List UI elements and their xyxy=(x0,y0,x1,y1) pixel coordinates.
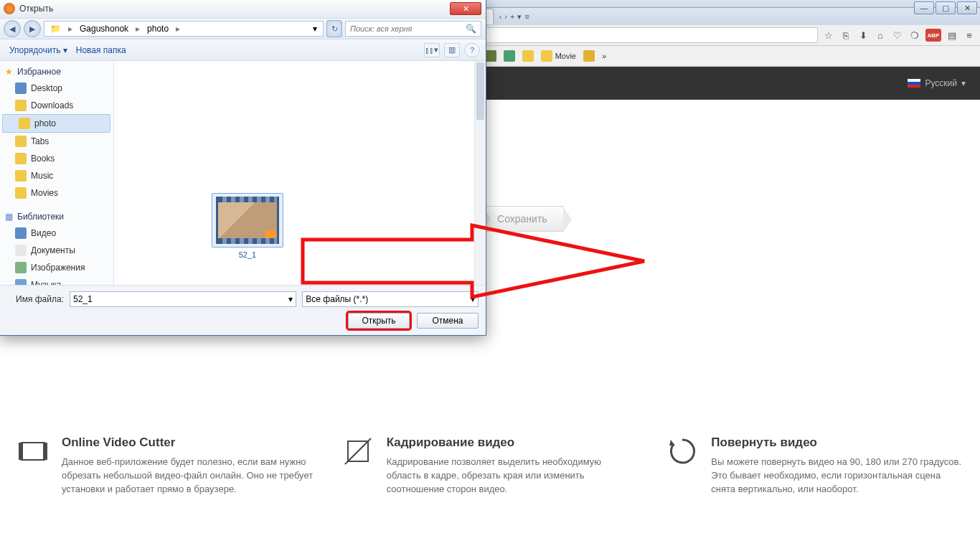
tree-item-label: Desktop xyxy=(31,83,62,93)
bookmark-24[interactable]: Movie xyxy=(541,50,576,62)
source-drive-link[interactable]: Drive xyxy=(457,338,477,348)
chevron-down-icon: ▾ xyxy=(961,78,966,88)
tab-scroll-left[interactable]: ‹ xyxy=(499,12,502,21)
tree-item-downloads[interactable]: Downloads xyxy=(0,97,113,114)
chevron-down-icon: ▾ xyxy=(63,45,67,55)
feature-1: Кадрирование видеоКадрирование позволяет… xyxy=(342,435,639,496)
dialog-nav-back[interactable]: ◀ xyxy=(4,20,21,37)
tree-item-tabs[interactable]: Tabs xyxy=(0,133,113,150)
bookmark-icon xyxy=(522,50,534,62)
flag-ru-icon xyxy=(908,79,920,88)
dialog-search-input[interactable] xyxy=(350,24,463,33)
tree-lib-1[interactable]: Документы xyxy=(0,242,113,259)
tree-item-label: Музыка xyxy=(31,280,61,285)
toolbar-icon-0[interactable]: ☆ xyxy=(822,29,835,42)
library-item-icon xyxy=(15,227,27,239)
feature-2: Повернуть видеоВы можете повернуть видео… xyxy=(666,435,963,496)
bookmark-icon xyxy=(504,50,515,62)
tree-libraries-header[interactable]: ▦Библиотеки xyxy=(0,209,113,225)
folder-icon xyxy=(15,153,27,164)
tree-item-label: Видео xyxy=(31,228,56,238)
language-selector[interactable]: Русский ▾ xyxy=(908,78,966,88)
feature-0: Online Video CutterДанное веб-приложение… xyxy=(17,435,314,496)
folder-icon: 📁 xyxy=(47,24,64,34)
tree-item-label: Books xyxy=(31,154,55,164)
toolbar-icon-5[interactable]: ❍ xyxy=(908,29,921,42)
cancel-button[interactable]: Отмена xyxy=(417,313,479,329)
folder-icon xyxy=(15,136,27,147)
view-mode-button[interactable]: ⫿⫿ ▾ xyxy=(424,43,440,57)
star-icon: ★ xyxy=(5,67,13,77)
tree-item-books[interactable]: Books xyxy=(0,150,113,167)
bookmarks-overflow[interactable]: » xyxy=(602,52,606,60)
tree-item-movies[interactable]: Movies xyxy=(0,184,113,202)
bookmark-21[interactable] xyxy=(485,50,496,62)
tree-item-desktop[interactable]: Desktop xyxy=(0,80,113,97)
tree-favorites-header[interactable]: ★Избранное xyxy=(0,64,113,80)
file-filter-select[interactable]: Все файлы (*.*)▾ xyxy=(302,291,479,307)
feature-icon xyxy=(342,435,374,467)
tree-item-music[interactable]: Music xyxy=(0,167,113,184)
dialog-nav-forward[interactable]: ▶ xyxy=(24,20,41,37)
bookmark-25[interactable] xyxy=(583,50,595,62)
file-thumbnail-52-1[interactable]: 52_1 xyxy=(212,193,283,259)
toolbar-icon-8[interactable]: ≡ xyxy=(963,29,976,42)
chevron-down-icon: ▾ xyxy=(288,294,293,304)
crumb-gagushonok[interactable]: Gagushonok xyxy=(77,24,131,34)
bookmark-icon xyxy=(485,50,496,62)
tab-list[interactable]: ≡ xyxy=(524,12,529,21)
bookmark-icon xyxy=(583,50,595,62)
tree-lib-2[interactable]: Изображения xyxy=(0,259,113,276)
window-minimize[interactable]: — xyxy=(914,1,934,14)
bookmark-22[interactable] xyxy=(504,50,515,62)
tab-new[interactable]: + xyxy=(510,12,514,21)
tab-scroll-right[interactable]: › xyxy=(504,12,507,21)
tree-item-label: Tabs xyxy=(31,136,49,146)
tree-lib-0[interactable]: Видео xyxy=(0,225,113,242)
preview-pane-button[interactable]: ▥ xyxy=(444,43,460,57)
dialog-title: Открыть xyxy=(19,4,53,14)
dialog-close-button[interactable]: ✕ xyxy=(450,2,481,15)
toolbar-icon-2[interactable]: ⬇ xyxy=(857,29,870,42)
open-button[interactable]: Открыть xyxy=(348,313,410,329)
svg-rect-2 xyxy=(43,443,47,460)
chevron-down-icon: ▾ xyxy=(471,294,475,304)
toolbar-icon-6[interactable]: ABP xyxy=(925,29,941,42)
folder-icon xyxy=(15,170,27,182)
tree-lib-3[interactable]: Музыка xyxy=(0,276,113,285)
dialog-search[interactable]: 🔍 xyxy=(345,21,481,37)
max-size-label: Максимальный размер файла: 500MB xyxy=(407,357,573,367)
step-label: Сохранить xyxy=(497,213,547,225)
feature-body: Вы можете повернуть видео на 90, 180 или… xyxy=(711,456,963,496)
new-folder-button[interactable]: Новая папка xyxy=(72,44,131,57)
feature-icon xyxy=(666,435,698,467)
file-list-scrollbar[interactable] xyxy=(474,61,486,285)
bookmark-label: Movie xyxy=(555,52,576,60)
file-list[interactable]: 52_1 xyxy=(114,61,486,285)
crumb-dropdown[interactable]: ▾ xyxy=(310,24,320,34)
crumb-photo[interactable]: photo xyxy=(144,24,171,34)
folder-icon xyxy=(15,83,27,94)
source-url-link[interactable]: 🔗 URL xyxy=(492,338,523,348)
library-item-icon xyxy=(15,245,27,256)
organize-menu[interactable]: Упорядочить ▾ xyxy=(5,44,72,57)
help-button[interactable]: ? xyxy=(464,43,480,57)
tree-item-label: photo xyxy=(34,118,56,128)
tab-dropdown[interactable]: ▾ xyxy=(517,12,522,22)
toolbar-icon-4[interactable]: ♡ xyxy=(891,29,904,42)
toolbar-icon-3[interactable]: ⌂ xyxy=(874,29,887,42)
breadcrumb[interactable]: 📁 ▸ Gagushonok ▸ photo ▸ ▾ xyxy=(44,21,324,37)
toolbar-icon-1[interactable]: ⎘ xyxy=(839,29,852,42)
bookmark-23[interactable] xyxy=(522,50,534,62)
tree-item-label: Документы xyxy=(31,245,75,255)
window-close[interactable]: ✕ xyxy=(957,1,977,14)
library-item-icon xyxy=(15,262,27,273)
toolbar-icon-7[interactable]: ▤ xyxy=(946,29,958,42)
tree-item-photo[interactable]: photo xyxy=(2,114,110,133)
filename-input[interactable]: 52_1▾ xyxy=(70,291,296,307)
window-maximize[interactable]: ▢ xyxy=(936,1,956,14)
dialog-refresh[interactable]: ↻ xyxy=(326,20,342,37)
svg-rect-1 xyxy=(19,443,23,460)
file-name-label: 52_1 xyxy=(212,250,283,259)
feature-title: Повернуть видео xyxy=(711,435,963,450)
